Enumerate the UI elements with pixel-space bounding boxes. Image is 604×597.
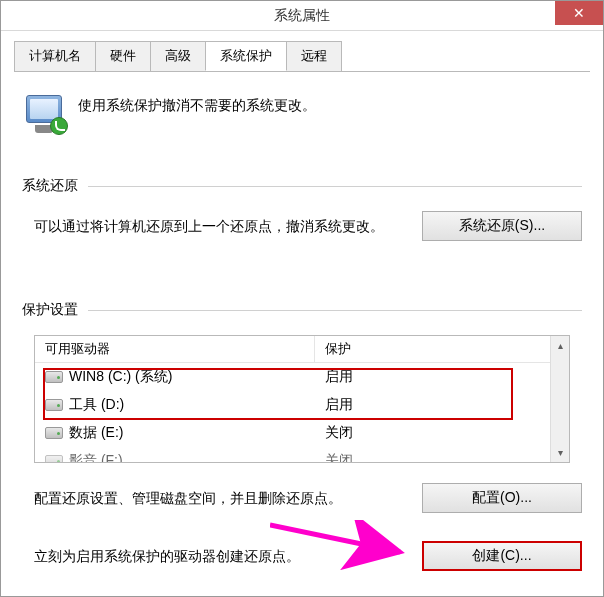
- drive-status: 关闭: [325, 422, 559, 444]
- drive-name: 影音 (F:): [69, 452, 123, 463]
- create-row: 立刻为启用系统保护的驱动器创建还原点。 创建(C)...: [22, 541, 582, 571]
- drive-row[interactable]: WIN8 (C:) (系统) 启用: [35, 363, 569, 391]
- tab-system-protection[interactable]: 系统保护: [205, 41, 287, 71]
- intro-row: 使用系统保护撤消不需要的系统更改。: [22, 93, 582, 137]
- tab-advanced[interactable]: 高级: [150, 41, 206, 71]
- drive-icon: [45, 399, 63, 411]
- system-properties-window: 系统属性 ✕ 计算机名 硬件 高级 系统保护 远程 使用系统保护撤消不需要的系统…: [0, 0, 604, 597]
- system-protection-icon: [22, 93, 66, 137]
- drives-body: WIN8 (C:) (系统) 启用 工具 (D:) 启用: [35, 363, 569, 463]
- col-header-status[interactable]: 保护: [315, 336, 569, 362]
- drive-icon: [45, 427, 63, 439]
- divider: [88, 186, 582, 187]
- drive-status: 启用: [325, 394, 559, 416]
- restore-row: 可以通过将计算机还原到上一个还原点，撤消系统更改。 系统还原(S)...: [22, 211, 582, 241]
- drives-listview[interactable]: 可用驱动器 保护 WIN8 (C:) (系统) 启用: [34, 335, 570, 463]
- titlebar: 系统属性 ✕: [1, 1, 603, 31]
- drives-header: 可用驱动器 保护: [35, 336, 569, 363]
- divider: [88, 310, 582, 311]
- tab-hardware[interactable]: 硬件: [95, 41, 151, 71]
- configure-button[interactable]: 配置(O)...: [422, 483, 582, 513]
- drive-name: 数据 (E:): [69, 424, 123, 442]
- tab-computer-name[interactable]: 计算机名: [14, 41, 96, 71]
- group-system-restore: 系统还原 可以通过将计算机还原到上一个还原点，撤消系统更改。 系统还原(S)..…: [22, 177, 582, 241]
- col-header-drive[interactable]: 可用驱动器: [35, 336, 315, 362]
- restore-desc: 可以通过将计算机还原到上一个还原点，撤消系统更改。: [34, 215, 402, 237]
- group-header-restore: 系统还原: [22, 177, 582, 195]
- window-title: 系统属性: [274, 7, 330, 25]
- system-restore-button[interactable]: 系统还原(S)...: [422, 211, 582, 241]
- drive-row[interactable]: 数据 (E:) 关闭: [35, 419, 569, 447]
- drive-icon: [45, 455, 63, 463]
- panel-system-protection: 使用系统保护撤消不需要的系统更改。 系统还原 可以通过将计算机还原到上一个还原点…: [14, 83, 590, 597]
- drive-row[interactable]: 影音 (F:) 关闭: [35, 447, 569, 463]
- scrollbar[interactable]: ▴ ▾: [550, 336, 569, 462]
- drive-name: WIN8 (C:) (系统): [69, 368, 172, 386]
- group-title-protection: 保护设置: [22, 301, 78, 319]
- drive-status: 关闭: [325, 450, 559, 463]
- intro-text: 使用系统保护撤消不需要的系统更改。: [78, 93, 316, 115]
- create-desc: 立刻为启用系统保护的驱动器创建还原点。: [34, 545, 402, 567]
- scroll-up-button[interactable]: ▴: [551, 336, 569, 355]
- group-header-protection: 保护设置: [22, 301, 582, 319]
- tab-strip: 计算机名 硬件 高级 系统保护 远程: [14, 41, 590, 72]
- close-button[interactable]: ✕: [555, 1, 603, 25]
- scroll-track[interactable]: [551, 355, 569, 443]
- scroll-down-button[interactable]: ▾: [551, 443, 569, 462]
- content-area: 计算机名 硬件 高级 系统保护 远程 使用系统保护撤消不需要的系统更改。 系统还…: [1, 31, 603, 596]
- close-icon: ✕: [573, 5, 585, 21]
- drive-status: 启用: [325, 366, 559, 388]
- group-title-restore: 系统还原: [22, 177, 78, 195]
- configure-row: 配置还原设置、管理磁盘空间，并且删除还原点。 配置(O)...: [22, 483, 582, 513]
- drive-name: 工具 (D:): [69, 396, 124, 414]
- drive-icon: [45, 371, 63, 383]
- drive-row[interactable]: 工具 (D:) 启用: [35, 391, 569, 419]
- group-protection-settings: 保护设置 可用驱动器 保护 WIN8 (C:) (系统): [22, 301, 582, 571]
- tab-remote[interactable]: 远程: [286, 41, 342, 71]
- configure-desc: 配置还原设置、管理磁盘空间，并且删除还原点。: [34, 487, 402, 509]
- create-button[interactable]: 创建(C)...: [422, 541, 582, 571]
